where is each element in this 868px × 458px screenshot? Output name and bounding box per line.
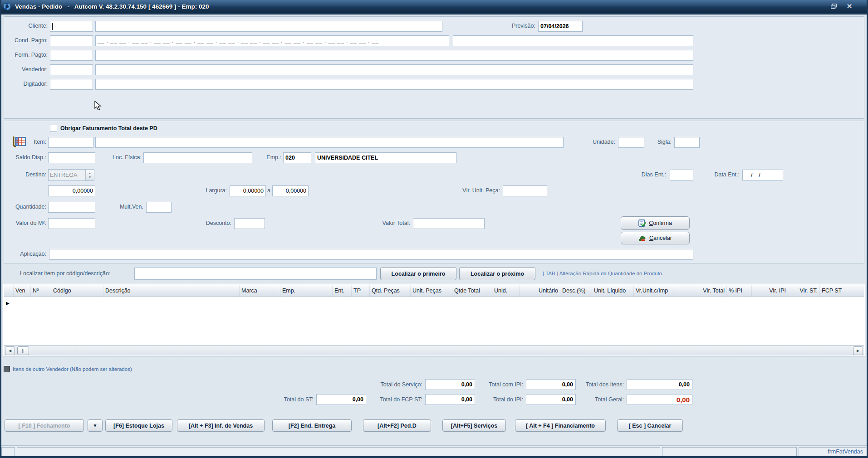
- spinner-down-icon[interactable]: ▼: [88, 175, 91, 179]
- scroll-left-button[interactable]: ◀: [5, 346, 15, 355]
- vlr-unit-peca-input[interactable]: [503, 185, 547, 196]
- scroll-right-button[interactable]: ▶: [853, 346, 863, 355]
- inf-vendas-button[interactable]: [Alt + F3] Inf. de Vendas: [177, 419, 265, 432]
- grid-column-header[interactable]: FCP ST: [820, 285, 847, 297]
- status-panel-main: [17, 447, 660, 456]
- spinner-up-icon[interactable]: ▲: [88, 171, 91, 175]
- vendedor-name-input[interactable]: [95, 64, 693, 75]
- ped-d-button[interactable]: [Alt+F2] Ped.D: [363, 419, 431, 432]
- grid-column-header[interactable]: Vlr. IPI: [752, 285, 788, 297]
- largura-sep-label: a: [267, 187, 270, 194]
- desconto-input[interactable]: [234, 218, 265, 229]
- total-dos-itens-value: 0,00: [627, 379, 692, 390]
- cliente-name-input[interactable]: [95, 21, 442, 32]
- grid-column-header[interactable]: Unid.: [492, 285, 520, 297]
- destino-spinedit[interactable]: ENTREGA ▲ ▼: [48, 169, 94, 181]
- grid-column-header[interactable]: Unit. Líquido: [592, 285, 634, 297]
- items-grid[interactable]: Ven Nº Código Descrição Marca Emp. Ent. …: [3, 284, 865, 356]
- other-vendor-legend-swatch: [4, 366, 10, 372]
- saldo-disp-input[interactable]: [48, 152, 95, 163]
- largura-ate-input[interactable]: 0,00000: [272, 185, 309, 196]
- digitador-name-input[interactable]: [95, 79, 693, 90]
- confirma-button[interactable]: Confirma: [621, 216, 690, 230]
- action-bar-divider: [0, 417, 868, 417]
- cancelar-icon: [638, 234, 647, 242]
- servicos-button[interactable]: [Alt+F5] Serviços: [442, 419, 506, 432]
- form-pagto-desc-input[interactable]: [95, 50, 693, 61]
- cond-pagto-desc-input[interactable]: [453, 35, 693, 46]
- other-vendor-legend-text: Itens de outro Vendedor (Não podem ser a…: [13, 366, 132, 372]
- scroll-thumb[interactable]: [17, 346, 29, 355]
- vlr-unit-peca-label: Vlr. Unit. Peça:: [453, 187, 500, 194]
- esc-cancelar-button[interactable]: [ Esc ] Cancelar: [617, 419, 683, 432]
- fechamento-dropdown-button[interactable]: ▼: [88, 419, 103, 432]
- cond-pagto-mask-text: __ . __ __ . __ __ . __ __ . __ __ . __ …: [98, 38, 379, 44]
- grid-column-header[interactable]: Desc.(%): [560, 285, 592, 297]
- total-st-value: 0,00: [316, 394, 366, 405]
- emp-code-input[interactable]: 020: [283, 152, 311, 163]
- cond-pagto-code-input[interactable]: [50, 35, 93, 46]
- restore-icon[interactable]: [828, 2, 840, 10]
- grid-column-header[interactable]: Unit. Peças: [411, 285, 452, 297]
- grid-column-header[interactable]: Unitário: [520, 285, 560, 297]
- title-bar[interactable]: Vendas - Pedido - Autcom V. 48.2.30.74.1…: [0, 0, 868, 13]
- grid-column-header[interactable]: Vlr. ST.: [788, 285, 820, 297]
- item-desc-input[interactable]: [95, 137, 564, 148]
- total-dos-itens-label: Total dos Itens:: [579, 381, 624, 388]
- localizar-primeiro-button[interactable]: Localizar o primeiro: [380, 267, 456, 280]
- medida-input[interactable]: 0,00000: [48, 185, 95, 196]
- saldo-disp-label: Saldo Disp.:: [12, 154, 46, 161]
- cond-pagto-mask-field[interactable]: __ . __ __ . __ __ . __ __ . __ __ . __ …: [95, 35, 449, 46]
- valor-m2-input[interactable]: [48, 218, 95, 229]
- dias-ent-input[interactable]: [670, 170, 693, 180]
- digitador-code-input[interactable]: [50, 79, 93, 90]
- grid-column-header[interactable]: Vr.Unit.c/Imp: [634, 285, 679, 297]
- estoque-lojas-button[interactable]: [F6] Estoque Lojas: [105, 419, 172, 432]
- item-code-input[interactable]: [48, 137, 93, 148]
- previsao-input[interactable]: 07/04/2026: [538, 21, 583, 32]
- aplicacao-input[interactable]: [49, 249, 693, 260]
- vendedor-code-input[interactable]: [50, 64, 93, 75]
- grid-column-header[interactable]: Nº: [31, 285, 51, 297]
- quantidade-input[interactable]: [48, 202, 95, 213]
- grid-horizontal-scrollbar[interactable]: ◀ ▶: [4, 345, 864, 356]
- sigla-input[interactable]: [674, 137, 700, 148]
- grid-column-header[interactable]: Código: [51, 285, 103, 297]
- titlebar-divider: [0, 13, 868, 15]
- localizar-proximo-button[interactable]: Localizar o próximo: [459, 267, 535, 280]
- grid-column-header[interactable]: Ven: [14, 285, 31, 297]
- servicos-label: [Alt+F5] Serviços: [451, 423, 497, 429]
- cancelar-button[interactable]: Cancelar: [621, 232, 690, 244]
- item-lookup-grid-icon[interactable]: [12, 135, 26, 148]
- form-pagto-code-input[interactable]: [50, 50, 93, 61]
- grid-column-header[interactable]: % IPI: [727, 285, 752, 297]
- valor-total-label: Valor Total:: [376, 220, 410, 226]
- loc-fisica-input[interactable]: [143, 152, 252, 163]
- valor-total-input[interactable]: [413, 218, 485, 229]
- quantidade-label: Quantidade:: [10, 204, 46, 210]
- end-entrega-button[interactable]: [F2] End. Entrega: [272, 419, 352, 432]
- mult-ven-input[interactable]: [146, 202, 172, 213]
- grid-column-header[interactable]: Descrição: [103, 285, 240, 297]
- total-com-ipi-label: Total com IPI:: [478, 381, 523, 388]
- obrigar-checkbox[interactable]: [50, 125, 57, 132]
- destino-spinner[interactable]: ▲ ▼: [85, 170, 94, 180]
- unidade-input[interactable]: [618, 137, 644, 148]
- grid-column-header[interactable]: Qtd. Peças: [370, 285, 411, 297]
- localizar-input[interactable]: [134, 268, 377, 280]
- grid-column-header[interactable]: Emp.: [280, 285, 333, 297]
- fechamento-button[interactable]: [ F10 ] Fechamento: [5, 419, 84, 432]
- destino-label: Destino:: [17, 171, 46, 178]
- grid-column-header[interactable]: Marca: [240, 285, 280, 297]
- financiamento-button[interactable]: [ Alt + F4 ] Financiamento: [515, 419, 606, 432]
- data-ent-input[interactable]: __/__/____: [742, 170, 783, 180]
- obrigar-checkbox-label: Obrigar Faturamento Total deste PD: [60, 125, 157, 132]
- grid-column-header[interactable]: Vlr. Total: [679, 285, 727, 297]
- close-icon[interactable]: ✕: [843, 2, 855, 10]
- largura-de-input[interactable]: 0,00000: [230, 185, 266, 196]
- grid-column-header[interactable]: Qtde Total: [452, 285, 492, 297]
- localizar-proximo-label: Localizar o próximo: [471, 271, 524, 277]
- grid-column-header[interactable]: TP: [352, 285, 370, 297]
- cliente-code-input[interactable]: [50, 21, 93, 32]
- grid-column-header[interactable]: Ent.: [333, 285, 352, 297]
